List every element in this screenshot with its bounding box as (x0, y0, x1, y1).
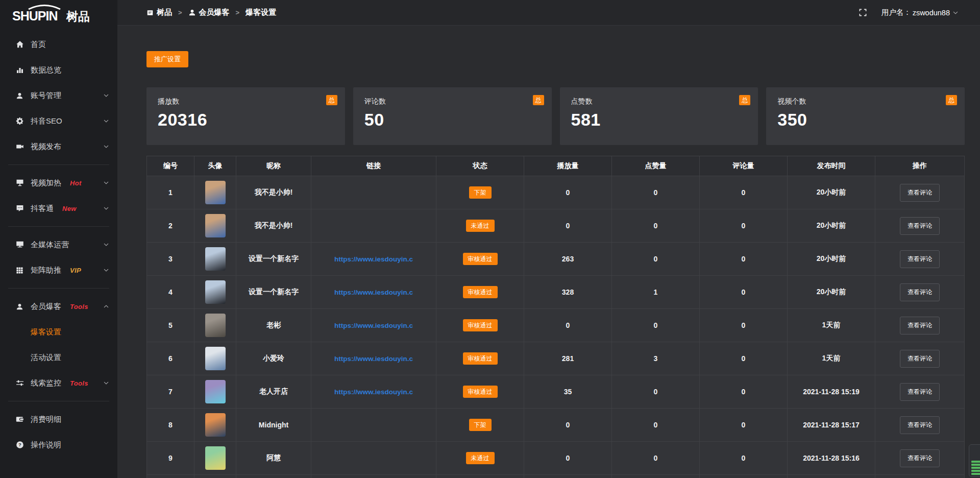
sidebar-subitem-activity-settings[interactable]: 活动设置 (0, 345, 117, 370)
view-comments-button[interactable]: 查看评论 (900, 383, 940, 401)
cell-comments (700, 475, 788, 478)
sidebar-item-video-publish[interactable]: 视频发布 (0, 134, 117, 159)
video-link[interactable]: https://www.iesdouyin.c (334, 255, 413, 263)
cell-likes: 0 (612, 176, 700, 209)
sidebar-item-operation-guide[interactable]: ?操作说明 (0, 432, 117, 458)
cell-comments: 0 (700, 176, 788, 209)
cell-action: 查看评论 (875, 409, 965, 442)
video-link[interactable]: https://www.iesdouyin.c (334, 289, 413, 296)
sidebar-item-label: 矩阵助推 (31, 266, 61, 275)
breadcrumb-separator: > (236, 9, 240, 16)
cell-likes: 0 (612, 209, 700, 243)
sidebar-item-label: 数据总览 (31, 65, 61, 75)
sidebar-item-douyin-seo[interactable]: 抖音SEO (0, 108, 117, 134)
status-badge: 未通过 (466, 452, 495, 464)
column-header: 昵称 (236, 156, 311, 176)
fullscreen-icon[interactable] (859, 8, 867, 17)
breadcrumb-item-member-baoke[interactable]: 会员爆客 (188, 8, 230, 17)
total-badge: 总 (946, 95, 957, 105)
view-comments-button[interactable]: 查看评论 (900, 184, 940, 202)
breadcrumb-item-shupin[interactable]: 树品 (146, 8, 172, 17)
cell-likes: 0 (612, 243, 700, 276)
cell-link (311, 475, 436, 478)
cell-status (436, 475, 524, 478)
sidebar-item-matrix-boost[interactable]: 矩阵助推VIP (0, 257, 117, 283)
cell-plays: 281 (524, 342, 612, 375)
cell-no: 6 (147, 342, 194, 375)
sidebar-item-label: 线索监控 (31, 378, 61, 388)
sidebar-divider (8, 226, 109, 227)
chevron-up-icon (103, 303, 109, 309)
cell-status: 审核通过 (436, 309, 524, 342)
sidebar-item-douketong[interactable]: 抖客通New (0, 196, 117, 221)
sidebar-subitem-baoke-settings[interactable]: 爆客设置 (0, 319, 117, 345)
cell-plays: 328 (524, 276, 612, 309)
video-link[interactable]: https://www.iesdouyin.c (334, 388, 413, 396)
sidebar-item-member-baoke[interactable]: 会员爆客Tools (0, 294, 117, 319)
cell-nickname: 我不是小帅! (236, 176, 311, 209)
stat-card-value: 350 (777, 110, 953, 130)
status-badge: 审核通过 (463, 253, 498, 265)
cell-avatar (194, 442, 236, 475)
cell-nickname: Midnight (236, 409, 311, 442)
sidebar-item-video-heat[interactable]: 视频加热Hot (0, 170, 117, 196)
stat-card-label: 点赞数 (571, 97, 747, 106)
stat-cards: 播放数20316总评论数50总点赞数581总视频个数350总 (146, 87, 965, 145)
cell-plays: 0 (524, 409, 612, 442)
chevron-down-icon (103, 205, 109, 211)
sidebar-item-data-overview[interactable]: 数据总览 (0, 57, 117, 83)
sidebar-item-media-operation[interactable]: 全媒体运营 (0, 232, 117, 257)
stat-card-0: 播放数20316总 (146, 87, 345, 145)
cell-action: 查看评论 (875, 442, 965, 475)
cell-avatar (194, 209, 236, 243)
cell-link: https://www.iesdouyin.c (311, 276, 436, 309)
cell-comments: 0 (700, 276, 788, 309)
cell-time: 2021-11-28 15:19 (788, 375, 875, 409)
breadcrumb-separator: > (178, 9, 182, 16)
chevron-down-icon (103, 180, 109, 186)
cell-avatar (194, 309, 236, 342)
sidebar-item-home[interactable]: 首页 (0, 32, 117, 57)
cell-avatar (194, 243, 236, 276)
sidebar-item-consumption-detail[interactable]: 消费明细 (0, 407, 117, 432)
table-row: 7老人开店https://www.iesdouyin.c审核通过35002021… (147, 375, 965, 409)
table-header-row: 编号头像昵称链接状态播放量点赞量评论量发布时间操作 (147, 156, 965, 176)
promo-settings-button[interactable]: 推广设置 (146, 51, 188, 67)
status-badge: 审核通过 (463, 352, 498, 365)
chevron-down-icon (103, 118, 109, 124)
cell-nickname: 老彬 (236, 309, 311, 342)
view-comments-button[interactable]: 查看评论 (900, 449, 940, 467)
view-comments-button[interactable]: 查看评论 (900, 283, 940, 301)
user-menu[interactable]: 用户名： zswodun88 (881, 8, 959, 17)
view-comments-button[interactable]: 查看评论 (900, 350, 940, 368)
sidebar-item-account-management[interactable]: 账号管理 (0, 83, 117, 108)
table-row: 8Midnight下架0002021-11-28 15:17查看评论 (147, 409, 965, 442)
column-header: 操作 (875, 156, 965, 176)
stat-card-2: 点赞数581总 (560, 87, 758, 145)
cell-link: https://www.iesdouyin.c (311, 243, 436, 276)
cell-time: 20小时前 (788, 209, 875, 243)
view-comments-button[interactable]: 查看评论 (900, 217, 940, 235)
video-link[interactable]: https://www.iesdouyin.c (334, 355, 413, 363)
cell-likes: 3 (612, 342, 700, 375)
cell-comments: 0 (700, 243, 788, 276)
sidebar-item-label: 账号管理 (31, 91, 61, 101)
cell-avatar (194, 409, 236, 442)
view-comments-button[interactable]: 查看评论 (900, 317, 940, 334)
view-comments-button[interactable]: 查看评论 (900, 250, 940, 268)
view-comments-button[interactable]: 查看评论 (900, 416, 940, 434)
table-row: 4设置一个新名字https://www.iesdouyin.c审核通过32810… (147, 276, 965, 309)
cell-no: 3 (147, 243, 194, 276)
cell-link (311, 209, 436, 243)
cell-likes: 0 (612, 309, 700, 342)
topbar-right: 用户名： zswodun88 (859, 8, 959, 17)
cell-likes: 1 (612, 276, 700, 309)
sidebar-item-clue-monitor[interactable]: 线索监控Tools (0, 370, 117, 396)
video-link[interactable]: https://www.iesdouyin.c (334, 322, 413, 329)
brand-logo-graphic: SHUPIN 树品 (12, 4, 105, 25)
cell-avatar (194, 176, 236, 209)
chevron-down-icon (103, 242, 109, 248)
svg-text:?: ? (18, 442, 21, 447)
cell-plays: 0 (524, 442, 612, 475)
sidebar-item-label: 全媒体运营 (31, 240, 69, 250)
